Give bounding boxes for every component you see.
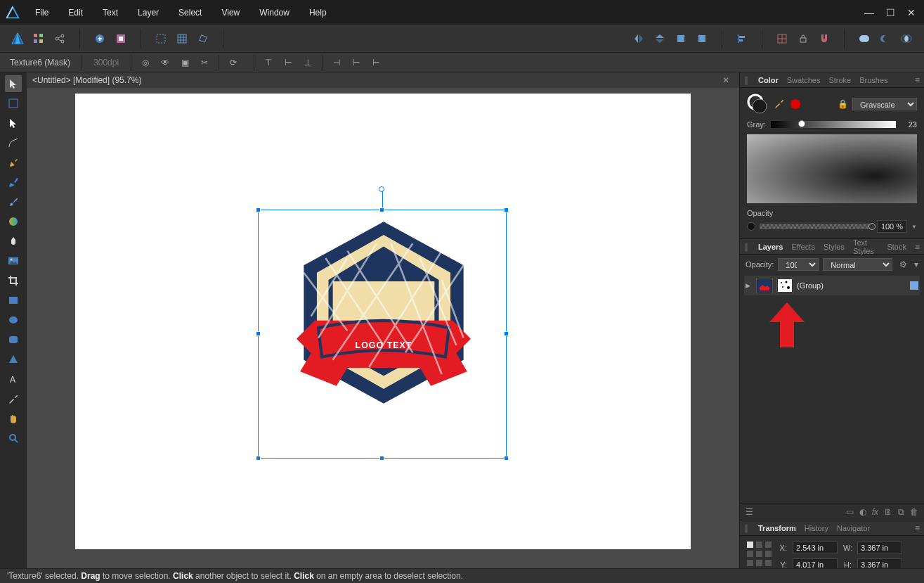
x-field[interactable] xyxy=(793,542,838,554)
target-icon[interactable]: ◎ xyxy=(138,55,153,70)
layer-opacity-field[interactable]: 100 % xyxy=(778,258,819,271)
maximize-button[interactable]: ☐ xyxy=(885,7,896,18)
adjust-icon[interactable]: ◐ xyxy=(859,507,866,517)
rotate-cw-icon[interactable] xyxy=(672,30,690,48)
artboard-tool[interactable] xyxy=(5,95,22,112)
rotate-handle[interactable] xyxy=(379,186,384,192)
tab-color[interactable]: Color xyxy=(758,76,779,84)
text-tool[interactable]: A xyxy=(5,371,22,387)
transparency-tool[interactable] xyxy=(5,233,22,250)
node-tool[interactable] xyxy=(5,115,22,132)
move-tool[interactable] xyxy=(5,75,22,92)
crop-icon[interactable]: ✂ xyxy=(197,55,212,70)
gray-slider-thumb[interactable] xyxy=(798,120,805,127)
ellipse-tool[interactable] xyxy=(5,312,22,328)
tab-text-styles[interactable]: Text Styles xyxy=(853,238,879,255)
menu-view[interactable]: View xyxy=(212,1,249,24)
opacity-value[interactable]: 100 % xyxy=(877,220,907,233)
persona-switcher[interactable] xyxy=(8,30,27,48)
tab-brushes[interactable]: Brushes xyxy=(859,76,887,84)
snap-grid-icon[interactable] xyxy=(773,30,791,48)
align-vcenter-icon[interactable]: ⊢ xyxy=(280,55,296,70)
tab-history[interactable]: History xyxy=(805,524,828,532)
document-tab-close[interactable]: ✕ xyxy=(718,75,734,85)
menu-help[interactable]: Help xyxy=(299,1,337,24)
opacity-slider[interactable] xyxy=(760,224,873,229)
mask-rect-icon[interactable]: ▭ xyxy=(846,507,854,517)
menu-window[interactable]: Window xyxy=(249,1,299,24)
align-bottom-icon[interactable]: ⊥ xyxy=(300,55,315,70)
align-left-icon[interactable] xyxy=(733,30,751,48)
opacity-handle[interactable] xyxy=(747,222,755,231)
bool-union-icon[interactable] xyxy=(855,30,873,48)
grid-view-icon[interactable] xyxy=(30,30,48,48)
dpi-label[interactable]: 300dpi xyxy=(88,58,124,68)
panel-handle-icon[interactable]: ∥ xyxy=(744,75,748,85)
tab-layers[interactable]: Layers xyxy=(758,243,783,251)
corner-tool[interactable] xyxy=(5,134,22,151)
lock-icon[interactable]: 🔒 xyxy=(838,99,848,109)
dup-layer-icon[interactable]: ⧉ xyxy=(898,507,904,517)
new-layer-icon[interactable]: 🗎 xyxy=(884,507,892,517)
eye-icon[interactable]: 👁 xyxy=(157,55,173,70)
zoom-tool[interactable] xyxy=(5,430,22,447)
rectangle-tool[interactable] xyxy=(5,292,22,309)
handle-tm[interactable] xyxy=(379,207,384,212)
flip-h-icon[interactable] xyxy=(630,30,648,48)
handle-bl[interactable] xyxy=(256,456,261,461)
marquee-icon[interactable] xyxy=(152,30,170,48)
panel-menu-icon[interactable]: ≡ xyxy=(915,523,920,533)
rounded-rect-tool[interactable] xyxy=(5,331,22,348)
flip-v-icon[interactable] xyxy=(651,30,669,48)
brush-tool[interactable] xyxy=(5,193,22,210)
eyedropper-icon[interactable] xyxy=(774,98,785,111)
fx-icon[interactable]: fx xyxy=(872,507,878,517)
pen-tool[interactable] xyxy=(5,154,22,171)
place-image-tool[interactable] xyxy=(5,252,22,269)
tab-navigator[interactable]: Navigator xyxy=(837,524,870,532)
delete-layer-icon[interactable]: 🗑 xyxy=(910,507,918,517)
document-tab[interactable]: <Untitled> [Modified] (95.7%) ✕ xyxy=(27,72,739,88)
blend-mode-select[interactable]: Normal xyxy=(823,258,892,271)
color-swatch-ring[interactable] xyxy=(747,94,768,115)
close-button[interactable]: ✕ xyxy=(906,7,917,18)
handle-br[interactable] xyxy=(504,456,509,461)
layer-visibility-checkbox[interactable] xyxy=(910,281,918,290)
opacity-dropdown-icon[interactable]: ▼ xyxy=(911,224,917,230)
triangle-tool[interactable] xyxy=(5,351,22,368)
handle-tl[interactable] xyxy=(256,207,261,212)
align-left-icon[interactable]: ⊣ xyxy=(329,55,344,70)
bool-subtract-icon[interactable] xyxy=(876,30,894,48)
frame-icon[interactable]: ▣ xyxy=(177,55,193,70)
grid-icon[interactable] xyxy=(173,30,191,48)
gray-slider[interactable] xyxy=(771,121,896,128)
color-preview-area[interactable] xyxy=(747,134,917,203)
align-top-icon[interactable]: ⊤ xyxy=(261,55,276,70)
fill-tool[interactable] xyxy=(5,213,22,230)
selection-box[interactable] xyxy=(258,210,507,459)
panel-menu-icon[interactable]: ≡ xyxy=(915,75,920,85)
panel-menu-icon[interactable]: ≡ xyxy=(915,242,920,252)
handle-mr[interactable] xyxy=(504,331,509,336)
rotate-icon[interactable]: ⟳ xyxy=(226,55,241,70)
transform-icon[interactable] xyxy=(194,30,212,48)
handle-tr[interactable] xyxy=(504,207,509,212)
w-field[interactable] xyxy=(857,542,902,554)
align-hcenter-icon[interactable]: ⊢ xyxy=(349,55,364,70)
add-icon[interactable] xyxy=(91,30,109,48)
hand-tool[interactable] xyxy=(5,410,22,427)
mask-icon[interactable] xyxy=(112,30,130,48)
handle-ml[interactable] xyxy=(256,331,261,336)
eyedropper-tool[interactable] xyxy=(5,390,22,407)
minimize-button[interactable]: — xyxy=(864,7,875,18)
sampled-color-dot[interactable] xyxy=(790,99,800,109)
chevron-down-icon[interactable]: ▾ xyxy=(914,260,918,269)
tab-stock[interactable]: Stock xyxy=(887,243,906,251)
snap-magnet-icon[interactable] xyxy=(815,30,833,48)
layer-mask-thumbnail[interactable] xyxy=(776,278,793,293)
stack-icon[interactable]: ☰ xyxy=(746,507,753,517)
panel-handle-icon[interactable]: ∥ xyxy=(744,242,748,252)
canvas-scroll[interactable]: LOGO TEXT xyxy=(27,88,739,583)
menu-file[interactable]: File xyxy=(25,1,58,24)
layer-row-group[interactable]: ▶ (Group) xyxy=(744,276,920,295)
